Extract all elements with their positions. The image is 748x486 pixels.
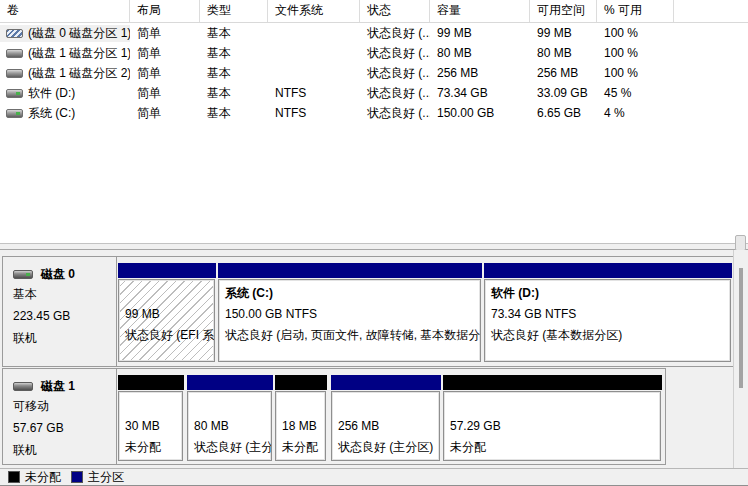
partition-256 MB[interactable]: 256 MB 状态良好 (主分区) [331,369,441,464]
disk-info-line: 联机 [13,439,110,461]
scrollbar-nub[interactable] [735,235,746,251]
volume-name: 系统 (C:) [28,105,75,122]
partition-box[interactable]: 80 MB 状态良好 (主分区) [187,391,272,461]
partition-title [282,395,319,416]
partition-box[interactable]: 系统 (C:) 150.00 GB NTFS 状态良好 (启动, 页面文件, 故… [218,279,481,362]
partition-title [125,395,176,416]
capacity-cell: 80 MB [430,46,530,60]
filesystem-cell: NTFS [268,86,360,100]
primary-partition-bar [118,263,216,278]
capacity-cell: 99 MB [430,26,530,40]
gray-volume-icon [6,69,23,78]
status-cell: 状态良好 (... [360,45,430,62]
table-row[interactable]: (磁盘 0 磁盘分区 1) 简单 基本 状态良好 (... 99 MB 99 M… [0,23,748,43]
percent-free-cell: 4 % [597,106,674,120]
partition-57.29 GB[interactable]: 57.29 GB 未分配 [443,369,662,464]
percent-free-cell: 100 % [597,66,674,80]
disk-info: 可移动57.67 GB联机 [13,395,110,461]
primary-partition-bar [484,263,732,278]
free-space-cell: 256 MB [530,66,597,80]
gray-volume-icon [6,49,23,58]
partition-系统 (C:)[interactable]: 系统 (C:) 150.00 GB NTFS 状态良好 (启动, 页面文件, 故… [218,257,482,366]
column-header[interactable]: 布局 [130,0,200,22]
free-space-cell: 99 MB [530,26,597,40]
partition-box[interactable]: 30 MB 未分配 [118,391,183,461]
primary-partition-bar [218,263,482,278]
disk-header[interactable]: 磁盘 1 可移动57.67 GB联机 [3,369,117,464]
drive-volume-icon [6,109,23,118]
volume-name: (磁盘 1 磁盘分区 2) [28,65,130,82]
volume-list-rows: (磁盘 0 磁盘分区 1) 简单 基本 状态良好 (... 99 MB 99 M… [0,23,748,123]
partition-title [125,283,208,304]
type-cell: 基本 [200,65,268,82]
volume-name: 软件 (D:) [28,85,75,102]
column-header[interactable]: 类型 [200,0,268,22]
partition-status: 未分配 [125,437,176,458]
disk-graphical-pane: 磁盘 0 基本223.45 GB联机 99 MB 状态良好 (EFI 系统分区)… [0,250,748,468]
column-header[interactable]: 文件系统 [268,0,360,22]
legend-label: 主分区 [88,469,124,486]
volume-cell: (磁盘 1 磁盘分区 1) [0,45,130,62]
volume-name: (磁盘 0 磁盘分区 1) [28,25,130,42]
partition-status: 状态良好 (启动, 页面文件, 故障转储, 基本数据分区) [225,325,474,346]
partition-title [338,395,433,416]
partition-软件 (D:)[interactable]: 软件 (D:) 73.34 GB NTFS 状态良好 (基本数据分区) [484,257,732,366]
volume-name: (磁盘 1 磁盘分区 1) [28,45,130,62]
legend-swatch [71,471,83,483]
partition-99 MB[interactable]: 99 MB 状态良好 (EFI 系统分区) [118,257,216,366]
partition-title [450,395,654,416]
layout-cell: 简单 [130,85,200,102]
partition-box[interactable]: 18 MB 未分配 [275,391,326,461]
capacity-cell: 256 MB [430,66,530,80]
unallocated-bar [118,375,184,390]
partition-80 MB[interactable]: 80 MB 状态良好 (主分区) [187,369,273,464]
partition-box[interactable]: 57.29 GB 未分配 [443,391,661,461]
table-row[interactable]: (磁盘 1 磁盘分区 2) 简单 基本 状态良好 (... 256 MB 256… [0,63,748,83]
primary-partition-bar [331,375,441,390]
partition-size: 150.00 GB NTFS [225,304,474,325]
partition-box[interactable]: 99 MB 状态良好 (EFI 系统分区) [118,279,215,362]
legend-item: 未分配 [8,469,61,486]
partition-status: 未分配 [282,437,319,458]
type-cell: 基本 [200,25,268,42]
layout-cell: 简单 [130,105,200,122]
partition-box[interactable]: 256 MB 状态良好 (主分区) [331,391,440,461]
layout-cell: 简单 [130,25,200,42]
partition-title: 软件 (D:) [491,283,724,304]
partition-30 MB[interactable]: 30 MB 未分配 [118,369,184,464]
partition-18 MB[interactable]: 18 MB 未分配 [275,369,327,464]
vertical-scrollbar[interactable] [733,250,748,468]
disk-header[interactable]: 磁盘 0 基本223.45 GB联机 [3,257,117,366]
column-header[interactable]: 卷 [0,0,130,22]
type-cell: 基本 [200,45,268,62]
vertical-scrollbar-thumb[interactable] [739,268,743,388]
unallocated-bar [443,375,662,390]
partition-size: 18 MB [282,416,319,437]
column-header[interactable]: 可用空间 [530,0,597,22]
partition-box[interactable]: 软件 (D:) 73.34 GB NTFS 状态良好 (基本数据分区) [484,279,731,362]
column-header[interactable]: % 可用 [597,0,674,22]
status-cell: 状态良好 (... [360,65,430,82]
table-row[interactable]: 软件 (D:) 简单 基本 NTFS 状态良好 (... 73.34 GB 33… [0,83,748,103]
volume-cell: 软件 (D:) [0,85,130,102]
status-cell: 状态良好 (... [360,25,430,42]
column-header[interactable]: 容量 [430,0,530,22]
layout-cell: 简单 [130,45,200,62]
free-space-cell: 80 MB [530,46,597,60]
partition-size: 99 MB [125,304,208,325]
table-row[interactable]: 系统 (C:) 简单 基本 NTFS 状态良好 (... 150.00 GB 6… [0,103,748,123]
disk-green-icon [13,270,33,279]
disk-name: 磁盘 1 [41,378,75,395]
unallocated-bar [275,375,327,390]
legend-swatch [8,471,20,483]
efi-volume-icon [6,29,23,38]
pane-splitter[interactable] [0,243,748,250]
table-row[interactable]: (磁盘 1 磁盘分区 1) 简单 基本 状态良好 (... 80 MB 80 M… [0,43,748,63]
percent-free-cell: 100 % [597,46,674,60]
free-space-cell: 33.09 GB [530,86,597,100]
volume-cell: 系统 (C:) [0,105,130,122]
disk-info-line: 223.45 GB [13,305,110,327]
column-header[interactable]: 状态 [360,0,430,22]
disk-info-line: 57.67 GB [13,417,110,439]
disk-info-line: 可移动 [13,395,110,417]
